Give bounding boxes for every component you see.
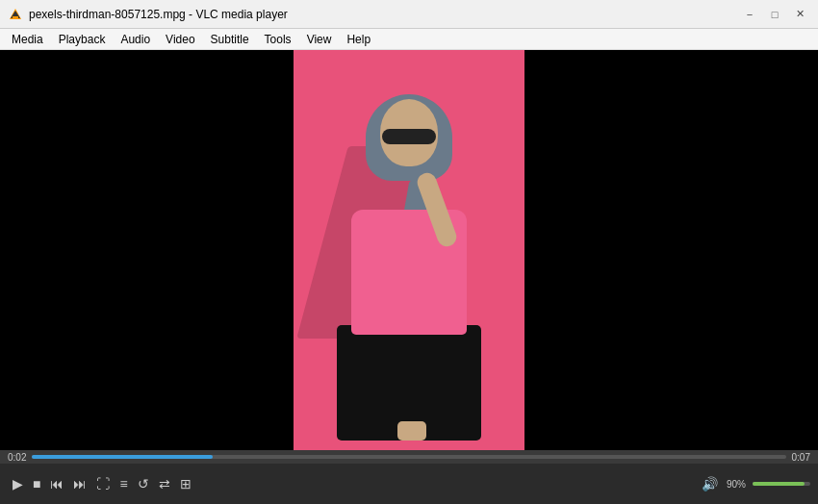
volume-icon[interactable]: 🔊 bbox=[697, 474, 723, 493]
toggle-playlist-button[interactable]: ⊞ bbox=[175, 474, 196, 493]
maximize-button[interactable]: □ bbox=[764, 4, 785, 25]
title-bar: pexels-thirdman-8057125.mpg - VLC media … bbox=[0, 0, 818, 29]
menu-subtitle[interactable]: Subtitle bbox=[203, 31, 257, 48]
extended-settings-button[interactable]: ≡ bbox=[115, 474, 132, 493]
loop-button[interactable]: ↺ bbox=[133, 474, 154, 493]
left-letterbox bbox=[0, 50, 294, 450]
next-button[interactable]: ⏭ bbox=[68, 474, 91, 493]
controls-panel: 0:02 0:07 ▶ ■ ⏮ ⏭ ⛶ ≡ ↺ ⇄ ⊞ 🔊 90% bbox=[0, 450, 818, 504]
minimize-button[interactable]: − bbox=[739, 4, 760, 25]
fullscreen-button[interactable]: ⛶ bbox=[91, 474, 115, 493]
prev-button[interactable]: ⏮ bbox=[45, 474, 68, 493]
seek-bar-container[interactable]: 0:02 0:07 bbox=[0, 450, 818, 464]
window-title: pexels-thirdman-8057125.mpg - VLC media … bbox=[29, 8, 739, 21]
menu-playback[interactable]: Playback bbox=[51, 31, 114, 48]
right-letterbox bbox=[524, 50, 818, 450]
menu-video[interactable]: Video bbox=[158, 31, 202, 48]
seek-bar[interactable] bbox=[32, 455, 785, 459]
video-frame bbox=[294, 50, 524, 450]
menu-tools[interactable]: Tools bbox=[257, 31, 299, 48]
volume-percent: 90% bbox=[727, 479, 746, 490]
svg-rect-2 bbox=[13, 16, 18, 18]
menu-audio[interactable]: Audio bbox=[113, 31, 158, 48]
close-button[interactable]: ✕ bbox=[789, 4, 810, 25]
time-total: 0:07 bbox=[792, 452, 810, 463]
vlc-icon bbox=[8, 7, 23, 22]
random-button[interactable]: ⇄ bbox=[154, 474, 175, 493]
time-elapsed: 0:02 bbox=[8, 452, 26, 463]
volume-controls: 🔊 90% bbox=[697, 474, 810, 493]
menu-media[interactable]: Media bbox=[4, 31, 51, 48]
play-button[interactable]: ▶ bbox=[8, 474, 28, 493]
menu-view[interactable]: View bbox=[299, 31, 340, 48]
stop-button[interactable]: ■ bbox=[28, 474, 45, 493]
menu-help[interactable]: Help bbox=[339, 31, 378, 48]
menu-bar: Media Playback Audio Video Subtitle Tool… bbox=[0, 29, 818, 50]
seek-bar-fill bbox=[32, 455, 213, 459]
video-area bbox=[0, 50, 818, 450]
volume-bar-fill bbox=[753, 482, 805, 486]
playback-buttons: ▶ ■ ⏮ ⏭ ⛶ ≡ ↺ ⇄ ⊞ 🔊 90% bbox=[0, 464, 818, 504]
window-controls: − □ ✕ bbox=[739, 4, 810, 25]
volume-bar[interactable] bbox=[753, 482, 810, 486]
